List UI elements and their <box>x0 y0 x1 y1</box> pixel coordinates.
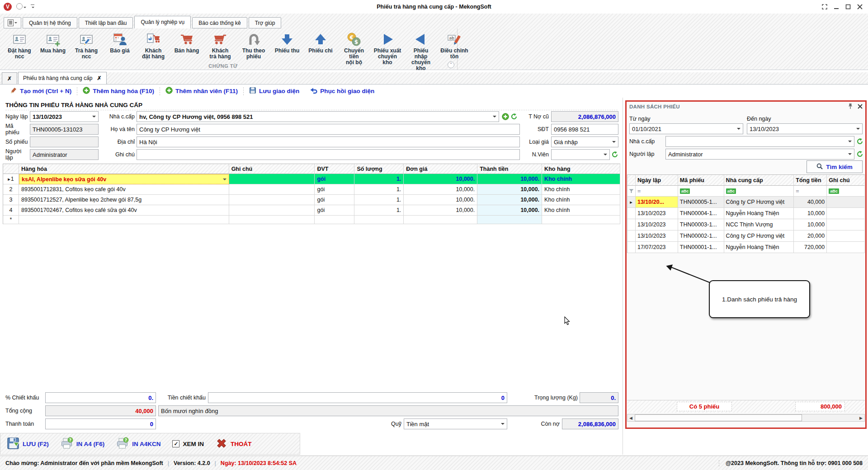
checkbox-checked-icon[interactable]: ✓ <box>172 440 179 447</box>
new-record-button[interactable]: Tạo mới (Ctrl + N) <box>5 87 77 95</box>
receipt-count: Có 5 phiếu <box>677 402 732 411</box>
refresh-employee-icon[interactable] <box>612 151 618 158</box>
ribbon-dat-hang-ncc[interactable]: Đặt hàng ncc <box>3 31 36 60</box>
receipt-row[interactable]: 13/10/2023 THN00003-1... NCC Thịnh Vượng… <box>627 219 865 230</box>
menu-grid-button[interactable] <box>4 17 21 28</box>
receipt-table-header: Ngày lập Mã phiếu Nhà cung cấp Tổng tiền… <box>627 175 865 186</box>
document-cart-icon <box>146 32 160 47</box>
receipt-row[interactable]: 13/10/2023 THN00002-1... Công ty CP Hươn… <box>627 230 865 242</box>
add-supplier-icon[interactable] <box>502 113 509 120</box>
menu-bar: Quản trị hệ thống Thiết lập ban đầu Quản… <box>0 14 868 28</box>
ribbon-collapse-icon[interactable]: ⌃ <box>448 61 454 68</box>
scroll-right-icon[interactable]: ▶ <box>858 416 864 420</box>
ribbon-bao-gia[interactable]: Báo giá <box>103 31 137 54</box>
ghi-chu-field[interactable] <box>137 149 520 160</box>
exit-button[interactable]: THOÁT <box>216 437 252 451</box>
receipt-row[interactable]: 13/10/20... THN00005-1... Công ty CP Hươ… <box>627 197 865 208</box>
ribbon-thu-theo-phieu[interactable]: Thu theo phiếu <box>237 31 270 60</box>
text-filter-icon: aBc <box>680 188 690 194</box>
quy-label: Quỹ <box>379 418 401 429</box>
refresh-icon[interactable] <box>857 138 863 145</box>
n-vien-field[interactable] <box>551 149 610 160</box>
ribbon-khach-tra-hang[interactable]: Khách trả hàng <box>203 31 237 60</box>
trong-luong-label: Trọng lượng (Kg) <box>524 392 578 403</box>
ribbon-phieu-chi[interactable]: Phiếu chi <box>304 31 337 54</box>
den-ngay-field[interactable]: 13/10/2023 <box>747 123 863 134</box>
row-indicator <box>627 197 636 208</box>
chiet-khau-field[interactable]: 0. <box>45 392 156 403</box>
thanh-toan-label: Thanh toán <box>5 418 43 429</box>
panel-nha-ccap-field[interactable] <box>665 136 854 147</box>
scroll-left-icon[interactable]: ◀ <box>627 416 634 420</box>
table-row[interactable]: 2 8935001712831, Cofitos kẹo cafe gói 40… <box>3 184 620 195</box>
horizontal-scrollbar[interactable]: ◀ ▶ <box>627 414 865 422</box>
restore-layout-button[interactable]: Phục hồi giao diện <box>305 87 380 95</box>
table-row[interactable]: 4 8935001702467, Cofitos kẹo café sữa gó… <box>3 205 620 216</box>
tab-close-icon[interactable]: ✗ <box>97 75 101 81</box>
table-new-row[interactable]: * <box>3 216 620 224</box>
preview-checkbox[interactable]: ✓XEM IN <box>172 440 204 447</box>
receipt-row[interactable]: 17/07/2023 THN00001-1... Nguyễn Hoàng Th… <box>627 242 865 253</box>
document-tab-bar: ✗ Phiếu trả hàng nhà cung cấp ✗ <box>0 72 868 85</box>
ribbon-mua-hang[interactable]: Mua hàng <box>36 31 70 54</box>
print-a4-button[interactable]: IN A4 (F6) <box>61 437 105 451</box>
t-no-cu-field: 2,086,876,000 <box>551 111 618 122</box>
receipt-row[interactable]: 13/10/2023 THN00004-1... Nguyễn Hoàng Th… <box>627 208 865 219</box>
floppy-icon <box>7 437 19 451</box>
pin-icon[interactable] <box>848 103 853 110</box>
tong-cong-bang-chu-field: Bốn mươi nghìn đồng <box>158 405 618 416</box>
table-row[interactable]: 3 8935001712527, Alpenlibe kẹo 2chew gói… <box>3 195 620 205</box>
window-title: Phiếu trả hàng nhà cung cấp - MekongSoft <box>0 4 868 10</box>
ribbon-ban-hang[interactable]: Bán hàng <box>170 31 203 54</box>
ribbon-dieu-chinh-ton[interactable]: Điều chỉnh tồn <box>438 31 471 60</box>
ribbon-phieu-xuat-chuyen-kho[interactable]: Phiếu xuất chuyển kho <box>371 31 404 66</box>
search-icon <box>816 163 823 171</box>
quy-field[interactable]: Tiền mặt <box>404 418 507 429</box>
save-layout-button[interactable]: Lưu giao diện <box>244 87 305 95</box>
splitter[interactable] <box>623 98 623 455</box>
loai-gia-field[interactable]: Giá nhập <box>551 136 618 147</box>
tien-chiet-khau-label: Tiền chiết khấu <box>158 392 206 403</box>
tu-ngay-field[interactable]: 01/10/2021 <box>629 123 743 134</box>
menu-tab-tro-giup[interactable]: Trợ giúp <box>249 17 282 28</box>
filter-row[interactable]: = aBc aBc = aBc <box>627 186 865 197</box>
con-no-label: Còn nợ <box>533 418 560 429</box>
triangle-left-icon <box>414 32 428 47</box>
thanh-toan-field[interactable]: 0 <box>45 418 156 429</box>
refresh-icon[interactable] <box>857 151 863 157</box>
menu-tab-bao-cao-thong-ke[interactable]: Báo cáo thống kê <box>192 17 247 28</box>
table-row[interactable]: 1 ksAl, Alpenlibe kẹo sữa gói 40v gói 1.… <box>3 174 620 184</box>
panel-nguoi-lap-field[interactable]: Administrator <box>665 149 854 160</box>
ribbon-phieu-thu[interactable]: Phiếu thu <box>270 31 304 54</box>
product-cell[interactable]: ksAl, Alpenlibe kẹo sữa gói 40v <box>19 174 229 184</box>
panel-close-icon[interactable] <box>858 104 863 110</box>
sdt-field[interactable]: 0956 898 521 <box>551 124 618 135</box>
arrow-up-icon <box>313 32 328 47</box>
menu-tab-thiet-lap-ban-dau[interactable]: Thiết lập ban đầu <box>79 17 133 28</box>
add-product-button[interactable]: Thêm hàng hóa (F10) <box>77 87 160 95</box>
print-a4kcn-button[interactable]: IN A4KCN <box>116 437 160 451</box>
ho-va-ten-field[interactable]: Công ty CP Hương việt <box>137 124 520 135</box>
ribbon-chuyen-tien-noi-bo[interactable]: Chuyển tiền nội bộ <box>337 31 371 66</box>
ribbon-tra-hang-ncc[interactable]: Trả hàng ncc <box>70 31 103 60</box>
search-button[interactable]: Tìm kiếm <box>807 160 863 173</box>
dia-chi-label: Địa chỉ <box>102 136 135 147</box>
mouse-cursor <box>564 316 571 325</box>
tien-chiet-khau-field[interactable]: 0 <box>208 392 507 403</box>
panel-title-bar: DANH SÁCH PHIẾU <box>627 102 865 112</box>
close-all-tabs-button[interactable]: ✗ <box>2 72 17 84</box>
nha-ccap-field[interactable]: hv, Công ty CP Hương việt, 0956 898 521 <box>137 111 499 122</box>
menu-tab-quan-tri-he-thong[interactable]: Quản trị hệ thống <box>23 17 77 28</box>
scrollbar-thumb[interactable] <box>635 414 802 421</box>
refresh-supplier-icon[interactable] <box>511 113 517 120</box>
tab-phieu-tra-hang-ncc[interactable]: Phiếu trả hàng nhà cung cấp ✗ <box>18 72 107 84</box>
add-employee-button[interactable]: Thêm nhân viên (F11) <box>160 87 243 95</box>
title-bar: V Phiếu trả hàng nhà cung cấp - MekongSo… <box>0 0 868 14</box>
ribbon-khach-dat-hang[interactable]: Khách đặt hàng <box>137 31 170 60</box>
dia-chi-field[interactable]: Hà Nội <box>137 136 520 147</box>
menu-tab-quan-ly-nghiep-vu[interactable]: Quản lý nghiệp vụ <box>134 16 191 28</box>
ngay-lap-field[interactable]: 13/10/2023 <box>30 111 99 122</box>
save-button[interactable]: LƯU (F2) <box>7 437 49 451</box>
version-text: Version: 4.2.0 <box>174 460 210 466</box>
tong-cong-field: 40,000 <box>45 405 156 416</box>
